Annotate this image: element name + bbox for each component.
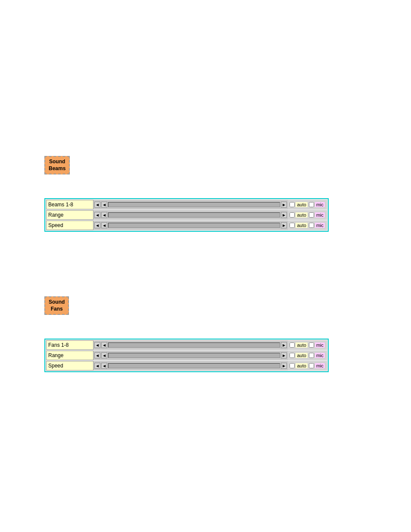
beams-row-1-mic-label: mic <box>314 202 325 208</box>
sound-beams-label-line1: Sound <box>49 159 65 165</box>
fans-row-1-left-arrow[interactable]: ◀ <box>94 342 100 348</box>
beams-row-2-mic-wrapper: mic <box>309 212 325 218</box>
sound-beams-button[interactable]: Sound Beams <box>44 156 70 174</box>
fans-controls-container: Fans 1-8 ◀ ◀ ▶ auto mic Range <box>44 339 329 372</box>
beams-row-3-auto-label: auto <box>295 222 308 228</box>
beams-row-2-track[interactable] <box>108 212 280 218</box>
fans-row-2-label: Range <box>46 351 93 360</box>
beams-row-2-auto-checkbox[interactable] <box>290 212 295 218</box>
fans-row-2-auto-checkbox[interactable] <box>290 353 295 358</box>
beams-row-1-auto-checkbox[interactable] <box>290 202 295 207</box>
beams-row-1-mic-checkbox[interactable] <box>309 202 314 207</box>
fans-row-2-auto-wrapper: auto <box>290 352 308 358</box>
fans-row-2-mic-checkbox[interactable] <box>309 353 314 358</box>
beams-row-2-slider-area: ◀ ◀ ▶ <box>93 210 288 220</box>
fans-row-2-slider-area: ◀ ◀ ▶ <box>93 351 288 360</box>
sound-fans-button[interactable]: Sound Fans <box>44 296 69 315</box>
beams-controls-group: Beams 1-8 ◀ ◀ ▶ auto mic Range <box>44 198 329 232</box>
beams-row-1-auto-wrapper: auto <box>290 202 308 208</box>
sound-beams-title[interactable]: Sound Beams <box>44 156 70 174</box>
sound-fans-label-line1: Sound <box>49 299 65 305</box>
beams-row-3-mic-wrapper: mic <box>309 222 325 228</box>
beams-row-3-auto-wrapper: auto <box>290 222 308 228</box>
beams-row-3-track[interactable] <box>108 223 280 228</box>
fans-row-2: Range ◀ ◀ ▶ auto mic <box>46 351 327 360</box>
fans-row-3-right-controls: auto mic <box>288 363 327 369</box>
beams-row-3-right-arrow-inner[interactable]: ◀ <box>101 222 107 228</box>
fans-row-3-slider-area: ◀ ◀ ▶ <box>93 361 288 370</box>
beams-controls-container: Beams 1-8 ◀ ◀ ▶ auto mic Range <box>44 198 329 232</box>
beams-row-1-label: Beams 1-8 <box>46 200 93 209</box>
beams-row-2-mic-label: mic <box>314 212 325 218</box>
beams-row-2: Range ◀ ◀ ▶ auto mic <box>46 210 327 220</box>
fans-row-1: Fans 1-8 ◀ ◀ ▶ auto mic <box>46 340 327 350</box>
fans-row-1-auto-checkbox[interactable] <box>290 342 295 348</box>
beams-row-3: Speed ◀ ◀ ▶ auto mic <box>46 221 327 230</box>
fans-row-2-mic-label: mic <box>314 352 325 358</box>
fans-row-3-auto-checkbox[interactable] <box>290 363 295 368</box>
beams-row-1-mic-wrapper: mic <box>309 202 325 208</box>
fans-row-3-mic-label: mic <box>314 363 325 369</box>
fans-controls-group: Fans 1-8 ◀ ◀ ▶ auto mic Range <box>44 339 329 372</box>
sound-fans-title[interactable]: Sound Fans <box>44 296 69 315</box>
beams-row-2-right-arrow-inner[interactable]: ◀ <box>101 212 107 218</box>
sound-fans-label-line2: Fans <box>51 306 63 312</box>
beams-row-1-auto-label: auto <box>295 202 308 208</box>
beams-row-2-auto-wrapper: auto <box>290 212 308 218</box>
beams-row-1-right-controls: auto mic <box>288 202 327 208</box>
beams-row-1-right-arrow[interactable]: ▶ <box>281 202 287 208</box>
fans-row-3-right-arrow[interactable]: ▶ <box>281 363 287 369</box>
beams-row-2-right-controls: auto mic <box>288 212 327 218</box>
fans-row-1-right-arrow[interactable]: ▶ <box>281 342 287 348</box>
beams-row-3-mic-checkbox[interactable] <box>309 223 314 228</box>
beams-row-2-mic-checkbox[interactable] <box>309 212 314 218</box>
fans-row-1-auto-label: auto <box>295 342 308 348</box>
fans-row-2-right-arrow[interactable]: ▶ <box>281 352 287 358</box>
beams-row-1-slider-area: ◀ ◀ ▶ <box>93 200 288 209</box>
beams-row-3-right-arrow[interactable]: ▶ <box>281 222 287 228</box>
beams-row-3-right-controls: auto mic <box>288 222 327 228</box>
fans-row-2-right-arrow-inner[interactable]: ◀ <box>101 352 107 358</box>
fans-row-1-right-controls: auto mic <box>288 342 327 348</box>
beams-row-3-label: Speed <box>46 221 93 230</box>
beams-row-2-right-arrow[interactable]: ▶ <box>281 212 287 218</box>
beams-row-2-label: Range <box>46 210 93 220</box>
fans-row-2-auto-label: auto <box>295 352 308 358</box>
fans-row-2-left-arrow[interactable]: ◀ <box>94 352 100 358</box>
beams-row-1-right-arrow-inner[interactable]: ◀ <box>101 202 107 208</box>
beams-row-1-track[interactable] <box>108 202 280 207</box>
fans-row-2-track[interactable] <box>108 353 280 358</box>
fans-row-2-mic-wrapper: mic <box>309 352 325 358</box>
sound-beams-label-line2: Beams <box>49 165 65 171</box>
beams-row-3-slider-area: ◀ ◀ ▶ <box>93 221 288 230</box>
fans-row-1-mic-wrapper: mic <box>309 342 325 348</box>
fans-row-3-track[interactable] <box>108 363 280 368</box>
beams-row-1: Beams 1-8 ◀ ◀ ▶ auto mic <box>46 200 327 209</box>
beams-row-3-auto-checkbox[interactable] <box>290 223 295 228</box>
beams-row-3-left-arrow[interactable]: ◀ <box>94 222 100 228</box>
fans-row-3-auto-wrapper: auto <box>290 363 308 369</box>
fans-row-3-auto-label: auto <box>295 363 308 369</box>
beams-row-2-auto-label: auto <box>295 212 308 218</box>
beams-row-3-mic-label: mic <box>314 222 325 228</box>
fans-row-3-left-arrow[interactable]: ◀ <box>94 363 100 369</box>
fans-row-2-right-controls: auto mic <box>288 352 327 358</box>
fans-row-1-right-arrow-inner[interactable]: ◀ <box>101 342 107 348</box>
fans-row-1-track[interactable] <box>108 342 280 348</box>
fans-row-1-slider-area: ◀ ◀ ▶ <box>93 340 288 350</box>
fans-row-3-mic-wrapper: mic <box>309 363 325 369</box>
fans-row-3-right-arrow-inner[interactable]: ◀ <box>101 363 107 369</box>
fans-row-1-mic-label: mic <box>314 342 325 348</box>
fans-row-1-label: Fans 1-8 <box>46 340 93 350</box>
fans-row-1-auto-wrapper: auto <box>290 342 308 348</box>
fans-row-3-mic-checkbox[interactable] <box>309 363 314 368</box>
fans-row-1-mic-checkbox[interactable] <box>309 342 314 348</box>
fans-row-3: Speed ◀ ◀ ▶ auto mic <box>46 361 327 370</box>
beams-row-2-left-arrow[interactable]: ◀ <box>94 212 100 218</box>
fans-row-3-label: Speed <box>46 361 93 370</box>
beams-row-1-left-arrow[interactable]: ◀ <box>94 202 100 208</box>
